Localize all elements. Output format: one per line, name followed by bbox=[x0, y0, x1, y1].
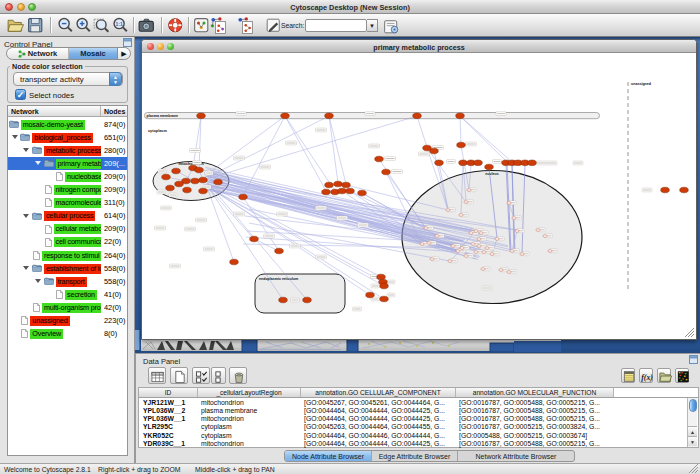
gene-node-small[interactable] bbox=[477, 245, 481, 248]
table-col-header[interactable]: _cellularLayoutRegion bbox=[198, 388, 301, 397]
tree-row[interactable]: cellular process614(0) bbox=[8, 210, 127, 223]
zoom-in-icon[interactable] bbox=[75, 17, 92, 34]
gene-node-small[interactable] bbox=[469, 232, 473, 235]
gene-node-small[interactable] bbox=[481, 268, 485, 271]
gene-node[interactable] bbox=[346, 188, 355, 194]
gene-node-small[interactable] bbox=[510, 250, 514, 253]
table-col-header[interactable]: annotation.GO CELLULAR_COMPONENT bbox=[301, 388, 456, 397]
gene-node[interactable] bbox=[334, 181, 343, 187]
edge[interactable] bbox=[460, 116, 506, 161]
tree-row[interactable]: secretion41(0) bbox=[8, 288, 127, 301]
search-dropdown-arrow-icon[interactable]: ▼ bbox=[367, 19, 378, 32]
gene-node-small[interactable] bbox=[479, 232, 483, 235]
gene-node-small[interactable] bbox=[467, 189, 471, 192]
gene-node[interactable] bbox=[380, 283, 389, 289]
table-row[interactable]: YPL036W__1mitochondrion[GO:0044464, GO:0… bbox=[139, 415, 615, 423]
attr-unselect-button[interactable] bbox=[211, 367, 226, 384]
gene-node[interactable] bbox=[322, 189, 331, 195]
attr-delete-button[interactable] bbox=[229, 367, 247, 384]
tree-row[interactable]: cellular metabo209(0) bbox=[8, 223, 127, 236]
tab-network[interactable]: Network bbox=[7, 48, 69, 59]
help-ring-icon[interactable] bbox=[167, 17, 184, 34]
formula-button[interactable]: f(x) bbox=[639, 368, 653, 383]
network-canvas[interactable]: plasma membranecytoplasmmitochondrionnuc… bbox=[143, 53, 695, 339]
gene-node-small[interactable] bbox=[477, 238, 481, 241]
gene-node[interactable] bbox=[214, 179, 223, 185]
gene-node-small[interactable] bbox=[507, 202, 511, 205]
save-icon[interactable] bbox=[27, 17, 44, 34]
tree-col-nodes[interactable]: Nodes bbox=[101, 106, 125, 116]
gene-node-small[interactable] bbox=[430, 258, 434, 261]
gene-node-small[interactable] bbox=[485, 247, 489, 250]
tree-row[interactable]: unassigned223(0) bbox=[8, 315, 127, 328]
gene-node[interactable] bbox=[325, 113, 334, 119]
gene-node-small[interactable] bbox=[427, 242, 431, 245]
expand-arrow-icon[interactable] bbox=[35, 279, 41, 283]
gene-node[interactable] bbox=[358, 190, 367, 196]
gene-node[interactable] bbox=[195, 167, 204, 173]
tree-row[interactable]: nucleobase-209(0) bbox=[8, 170, 127, 183]
gene-node-small[interactable] bbox=[543, 235, 547, 238]
gene-node[interactable] bbox=[435, 160, 444, 166]
attr-select-button[interactable] bbox=[148, 367, 166, 384]
gene-node-small[interactable] bbox=[446, 209, 450, 212]
gene-node-small[interactable] bbox=[512, 217, 516, 220]
edge[interactable] bbox=[460, 116, 461, 145]
network-copy-icon[interactable] bbox=[237, 17, 254, 34]
tab-mosaic[interactable]: Mosaic bbox=[69, 48, 118, 59]
gene-node[interactable] bbox=[474, 160, 483, 166]
edge[interactable] bbox=[329, 116, 346, 184]
gene-node-small[interactable] bbox=[515, 230, 519, 233]
attr-list-button[interactable] bbox=[621, 368, 635, 383]
gene-node[interactable] bbox=[175, 181, 184, 187]
table-col-header[interactable]: ID bbox=[139, 388, 198, 397]
gene-node-small[interactable] bbox=[548, 250, 552, 253]
gene-node[interactable] bbox=[366, 292, 375, 298]
gene-node[interactable] bbox=[199, 188, 208, 194]
tree-row[interactable]: biological_process651(0) bbox=[8, 131, 127, 144]
tree-row[interactable]: transport558(0) bbox=[8, 275, 127, 288]
expand-arrow-icon[interactable] bbox=[23, 148, 29, 152]
tree-row[interactable]: mosaic-demo-yeast874(0) bbox=[8, 118, 127, 131]
tree-row[interactable]: cell communicat22(0) bbox=[8, 236, 127, 249]
network-window-titlebar[interactable]: primary metabolic process bbox=[142, 40, 696, 53]
import-table-icon[interactable] bbox=[193, 17, 210, 34]
gene-node-small[interactable] bbox=[464, 255, 468, 258]
import-attrs-button[interactable] bbox=[657, 368, 671, 383]
gene-node[interactable] bbox=[275, 248, 284, 254]
snapshot-icon[interactable] bbox=[138, 17, 155, 34]
gene-node[interactable] bbox=[342, 182, 351, 188]
tree-row[interactable]: establishment of lo558(0) bbox=[8, 262, 127, 275]
gene-node-small[interactable] bbox=[471, 243, 475, 246]
table-row[interactable]: YJR121W__1mitochondrion[GO:0045267, GO:0… bbox=[139, 399, 615, 407]
tab-edge-attribute-browser[interactable]: Edge Attribute Browser bbox=[372, 451, 458, 461]
edge[interactable] bbox=[460, 116, 512, 162]
gene-node[interactable] bbox=[456, 113, 465, 119]
expand-arrow-icon[interactable] bbox=[23, 214, 29, 218]
gene-node-small[interactable] bbox=[464, 201, 468, 204]
gene-node-small[interactable] bbox=[448, 260, 452, 263]
attr-new-button[interactable] bbox=[170, 367, 188, 384]
table-row[interactable]: YLR295Ccytoplasm[GO:0045263, GO:0044464,… bbox=[139, 423, 615, 431]
gene-node[interactable] bbox=[382, 169, 391, 175]
gene-node-small[interactable] bbox=[495, 238, 499, 241]
gene-node[interactable] bbox=[457, 142, 466, 148]
gene-node[interactable] bbox=[166, 185, 175, 191]
gene-node[interactable] bbox=[183, 187, 192, 193]
gene-node[interactable] bbox=[250, 236, 259, 242]
edge[interactable] bbox=[417, 116, 427, 147]
tree-row[interactable]: nitrogen compo209(0) bbox=[8, 184, 127, 197]
scroll-down-icon[interactable]: ▼ bbox=[688, 436, 697, 446]
tree-row[interactable]: primary metabo209(... bbox=[8, 157, 127, 170]
tree-row[interactable]: multi-organism pro42(0) bbox=[8, 301, 127, 314]
gene-node[interactable] bbox=[303, 297, 312, 303]
network-resize-grip[interactable] bbox=[685, 328, 694, 337]
vizmapper-icon[interactable] bbox=[265, 17, 282, 34]
gene-node-small[interactable] bbox=[474, 251, 478, 254]
open-icon[interactable] bbox=[7, 17, 24, 34]
gene-node[interactable] bbox=[413, 113, 422, 119]
gene-node[interactable] bbox=[281, 113, 290, 119]
gene-node-small[interactable] bbox=[435, 235, 439, 238]
gene-node[interactable] bbox=[230, 259, 239, 265]
node-color-attribute-select[interactable]: transporter activity ▲▼ bbox=[13, 72, 123, 86]
